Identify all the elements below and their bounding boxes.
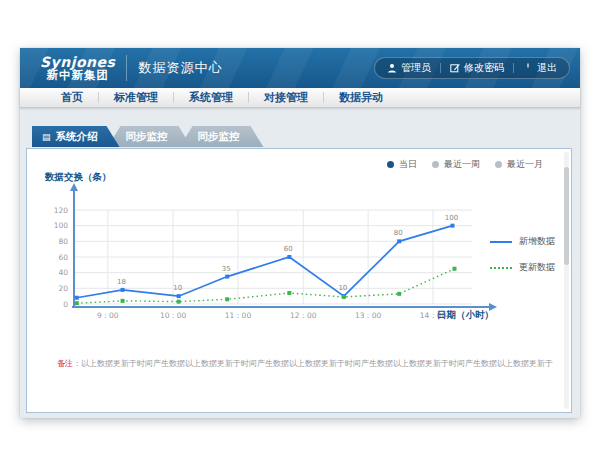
power-icon bbox=[523, 63, 533, 73]
footnote-text: ：以上数据更新于时间产生数据以上数据更新于时间产生数据以上数据更新于时间产生数据… bbox=[73, 359, 553, 368]
x-tick-label: 10 : 00 bbox=[160, 311, 187, 320]
range-label: 当日 bbox=[399, 158, 417, 171]
x-tick-label: 11 : 00 bbox=[225, 311, 252, 320]
nav-item-integration-mgmt[interactable]: 对接管理 bbox=[249, 90, 323, 105]
x-tick-label: 12 : 00 bbox=[290, 311, 317, 320]
company-logo: Synjones 新中新集团 bbox=[40, 55, 115, 82]
page-title: 数据资源中心 bbox=[138, 59, 222, 77]
data-point bbox=[121, 299, 125, 303]
nav-item-standard-mgmt[interactable]: 标准管理 bbox=[99, 90, 173, 105]
data-point bbox=[342, 295, 346, 299]
scrollbar-thumb[interactable] bbox=[564, 167, 569, 265]
app-header: Synjones 新中新集团 数据资源中心 管理员 bbox=[20, 48, 580, 88]
data-point bbox=[287, 291, 291, 295]
data-point bbox=[397, 292, 401, 296]
y-tick-label: 60 bbox=[58, 253, 68, 262]
content-area: ▤ 系统介绍 同步监控 同步监控 当日 bbox=[20, 108, 580, 419]
y-axis-arrow-icon bbox=[70, 183, 78, 191]
line-chart: 0204060801001209 : 0010 : 0011 : 0012 : … bbox=[27, 149, 571, 412]
data-point bbox=[121, 288, 125, 292]
data-point-label: 60 bbox=[284, 245, 293, 253]
logout-button[interactable]: 退出 bbox=[523, 61, 557, 75]
user-menu: 管理员 修改密码 退出 bbox=[374, 57, 570, 79]
series-line bbox=[77, 269, 455, 303]
data-point bbox=[75, 296, 79, 300]
range-option-last-month[interactable]: 最近一月 bbox=[495, 158, 543, 171]
radio-dot-icon bbox=[432, 161, 439, 168]
data-point-label: 35 bbox=[222, 265, 231, 273]
data-point-label: 18 bbox=[117, 278, 126, 286]
tab-label: 系统介绍 bbox=[56, 130, 98, 144]
legend-item-new-data: 新增数据 bbox=[490, 235, 555, 248]
y-tick-label: 40 bbox=[58, 268, 68, 277]
y-axis-title: 数据交换（条） bbox=[45, 171, 112, 184]
legend-label: 更新数据 bbox=[519, 261, 555, 274]
data-point-label: 10 bbox=[338, 284, 347, 292]
tab-label: 同步监控 bbox=[126, 130, 168, 144]
document-icon: ▤ bbox=[42, 132, 51, 142]
user-name-label: 管理员 bbox=[401, 61, 431, 75]
user-menu-divider bbox=[513, 63, 514, 73]
chart-panel: 当日 最近一周 最近一月 数据交换（条） 日期（小时） 020406080100… bbox=[26, 148, 572, 413]
radio-dot-icon bbox=[387, 161, 394, 168]
legend-label: 新增数据 bbox=[519, 235, 555, 248]
time-range-options: 当日 最近一周 最近一月 bbox=[387, 158, 543, 171]
y-tick-label: 80 bbox=[58, 237, 68, 246]
chart-legend: 新增数据 更新数据 bbox=[490, 235, 555, 274]
tab-bar: ▤ 系统介绍 同步监控 同步监控 bbox=[32, 126, 264, 147]
user-menu-divider bbox=[440, 63, 441, 73]
data-point bbox=[225, 275, 229, 279]
tab-sync-monitor-1[interactable]: 同步监控 bbox=[108, 126, 192, 147]
data-point bbox=[177, 300, 181, 304]
range-label: 最近一月 bbox=[507, 158, 543, 171]
data-point bbox=[177, 294, 181, 298]
header-divider bbox=[126, 55, 127, 81]
screenshot-stage: Synjones 新中新集团 数据资源中心 管理员 bbox=[0, 0, 600, 450]
logout-label: 退出 bbox=[537, 61, 557, 75]
y-tick-label: 0 bbox=[63, 300, 68, 309]
range-label: 最近一周 bbox=[444, 158, 480, 171]
data-point bbox=[450, 224, 454, 228]
solid-line-swatch-icon bbox=[490, 241, 512, 243]
nav-item-home[interactable]: 首页 bbox=[46, 90, 98, 105]
data-point bbox=[225, 297, 229, 301]
app-window: Synjones 新中新集团 数据资源中心 管理员 bbox=[20, 48, 580, 418]
tab-label: 同步监控 bbox=[198, 130, 240, 144]
range-option-last-week[interactable]: 最近一周 bbox=[432, 158, 480, 171]
logo-company-name: 新中新集团 bbox=[40, 69, 115, 81]
change-password-label: 修改密码 bbox=[464, 61, 504, 75]
data-point-label: 80 bbox=[394, 229, 403, 237]
edit-icon bbox=[450, 63, 460, 73]
dotted-line-swatch-icon bbox=[490, 267, 512, 269]
radio-dot-icon bbox=[495, 161, 502, 168]
nav-item-system-mgmt[interactable]: 系统管理 bbox=[174, 90, 248, 105]
data-point bbox=[287, 255, 291, 259]
range-option-today[interactable]: 当日 bbox=[387, 158, 417, 171]
user-icon bbox=[387, 63, 397, 73]
footnote: 备注：以上数据更新于时间产生数据以上数据更新于时间产生数据以上数据更新于时间产生… bbox=[57, 358, 557, 369]
panel-scrollbar[interactable] bbox=[564, 152, 569, 409]
data-point bbox=[397, 239, 401, 243]
logo-brand-text: Synjones bbox=[40, 55, 115, 70]
legend-item-updated-data: 更新数据 bbox=[490, 261, 555, 274]
current-user[interactable]: 管理员 bbox=[387, 61, 431, 75]
data-point-label: 100 bbox=[445, 214, 458, 222]
tab-sync-monitor-2[interactable]: 同步监控 bbox=[180, 126, 264, 147]
x-tick-label: 9 : 00 bbox=[97, 311, 119, 320]
data-point-label: 10 bbox=[173, 284, 182, 292]
main-nav: 首页 标准管理 系统管理 对接管理 数据异动 bbox=[20, 88, 580, 108]
y-tick-label: 100 bbox=[54, 221, 69, 230]
nav-item-data-changes[interactable]: 数据异动 bbox=[324, 90, 398, 105]
change-password-button[interactable]: 修改密码 bbox=[450, 61, 504, 75]
data-point bbox=[452, 267, 456, 271]
x-tick-label: 13 : 00 bbox=[355, 311, 382, 320]
y-tick-label: 20 bbox=[58, 284, 68, 293]
tab-system-intro[interactable]: ▤ 系统介绍 bbox=[32, 126, 120, 147]
footnote-prefix: 备注 bbox=[57, 359, 73, 368]
y-tick-label: 120 bbox=[54, 206, 69, 215]
data-point bbox=[75, 301, 79, 305]
x-axis-title: 日期（小时） bbox=[437, 309, 494, 322]
